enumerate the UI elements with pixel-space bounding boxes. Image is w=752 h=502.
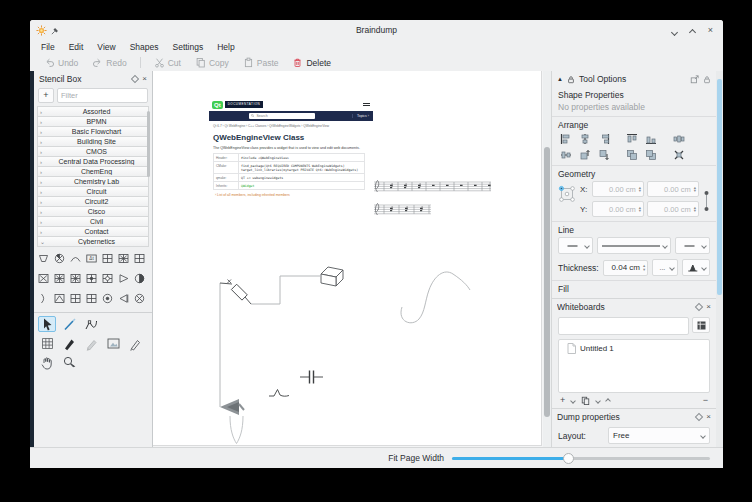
stencil-shape-peak-box-icon[interactable] xyxy=(52,291,66,305)
stencil-filter-input[interactable] xyxy=(57,88,148,103)
pin-lock-icon[interactable] xyxy=(703,75,711,84)
stencil-shape-valve-icon[interactable] xyxy=(36,251,50,265)
menu-help[interactable]: Help xyxy=(210,42,241,52)
stencil-shape-plus-box-icon[interactable] xyxy=(84,291,98,305)
scrollbar-thumb[interactable] xyxy=(544,147,550,417)
width-spinbox[interactable]: 0.00 cm▴▾ xyxy=(647,181,699,197)
line-start-combo[interactable] xyxy=(558,237,593,254)
canvas-vertical-scrollbar[interactable] xyxy=(543,71,551,447)
redo-button[interactable]: Redo xyxy=(86,56,132,69)
stencil-category-cybernetics[interactable]: ⌄Cybernetics xyxy=(37,236,149,247)
calligraphy-tool-icon[interactable] xyxy=(60,335,78,351)
chevron-down-icon[interactable] xyxy=(595,398,601,404)
path-tool-icon[interactable] xyxy=(82,316,100,332)
float-docker-icon[interactable] xyxy=(695,302,703,310)
align-hcenter-icon[interactable] xyxy=(577,132,593,145)
zoom-mode-label[interactable]: Fit Page Width xyxy=(388,453,444,463)
cap-style-combo[interactable] xyxy=(682,259,710,276)
align-vcenter-icon[interactable] xyxy=(558,148,574,161)
stencil-shape-plus-box-icon[interactable] xyxy=(132,251,146,265)
pencil-disabled-tool-icon[interactable] xyxy=(82,335,100,351)
y-position-spinbox[interactable]: 0.00 cm▴▾ xyxy=(592,201,644,217)
send-to-back-icon[interactable] xyxy=(643,148,659,161)
pen-tool-icon[interactable] xyxy=(126,335,144,351)
distribute-h-icon[interactable] xyxy=(671,132,687,145)
stencil-shape-arc-icon[interactable] xyxy=(68,251,82,265)
menu-shapes[interactable]: Shapes xyxy=(123,42,166,52)
raise-shape-icon[interactable] xyxy=(577,148,593,161)
line-style-combo[interactable] xyxy=(597,237,671,254)
duplicate-page-icon[interactable] xyxy=(581,396,590,405)
stencil-shape-plus-circle-icon[interactable] xyxy=(100,271,114,285)
align-right-icon[interactable] xyxy=(596,132,612,145)
stencil-shape-dot-circle-icon[interactable] xyxy=(100,291,114,305)
select-tool-icon[interactable] xyxy=(38,316,56,332)
float-docker-icon[interactable] xyxy=(695,412,703,420)
lower-shape-icon[interactable] xyxy=(596,148,612,161)
add-stencil-button[interactable]: + xyxy=(38,88,54,103)
whiteboards-list[interactable]: Untitled 1 xyxy=(558,339,710,393)
align-bottom-icon[interactable] xyxy=(643,132,659,145)
zoom-tool-icon[interactable] xyxy=(60,354,78,370)
zoom-slider[interactable] xyxy=(452,457,710,460)
thickness-spinbox[interactable]: 0.04 cm▴▾ xyxy=(603,260,649,276)
stencil-shape-circle-half-icon[interactable] xyxy=(132,271,146,285)
stencil-shape-delay-icon[interactable]: Δt xyxy=(84,251,98,265)
close-button[interactable]: × xyxy=(708,26,713,35)
stencil-list-scrollbar[interactable] xyxy=(147,109,150,243)
anchor-position-widget[interactable] xyxy=(558,181,576,207)
stencil-shape-star-box-icon[interactable] xyxy=(52,271,66,285)
group-shapes-icon[interactable] xyxy=(671,148,687,161)
paste-button[interactable]: Paste xyxy=(237,56,285,69)
whiteboard-name-input[interactable] xyxy=(558,317,689,335)
stencil-shape-circle-x-icon[interactable] xyxy=(132,291,146,305)
stencil-shape-tri-right-icon[interactable] xyxy=(116,271,130,285)
frame-tool-icon[interactable] xyxy=(104,335,122,351)
whiteboard-view-button[interactable] xyxy=(692,317,710,333)
line-end-combo[interactable] xyxy=(675,237,710,254)
menu-settings[interactable]: Settings xyxy=(165,42,210,52)
scrollbar-thumb[interactable] xyxy=(717,79,722,295)
keep-ratio-link-icon[interactable] xyxy=(703,189,710,213)
whiteboard-list-item[interactable]: Untitled 1 xyxy=(561,342,707,355)
minimize-button[interactable] xyxy=(672,21,677,39)
canvas-area[interactable]: Qt DOCUMENTATION Search Topics › Qt 6.7 … xyxy=(153,71,551,447)
float-docker-icon[interactable] xyxy=(131,74,139,82)
collapse-triangle-icon[interactable]: ▲ xyxy=(557,76,563,82)
stencil-shape-star-box-icon[interactable] xyxy=(68,271,82,285)
stencil-shape-tri-left-bar-icon[interactable] xyxy=(116,291,130,305)
grid-tool-icon[interactable] xyxy=(38,335,56,351)
close-docker-icon[interactable]: × xyxy=(706,303,711,311)
align-top-icon[interactable] xyxy=(624,132,640,145)
pan-tool-icon[interactable] xyxy=(38,354,56,370)
close-docker-icon[interactable]: × xyxy=(706,413,711,421)
menu-file[interactable]: File xyxy=(34,42,62,52)
add-whiteboard-button[interactable]: + xyxy=(560,396,565,405)
stencil-shape-paren-icon[interactable] xyxy=(36,291,50,305)
undo-button[interactable]: Undo xyxy=(38,56,84,69)
copy-button[interactable]: Copy xyxy=(189,56,235,69)
freehand-tool-icon[interactable] xyxy=(60,316,78,332)
bring-to-front-icon[interactable] xyxy=(624,148,640,161)
document-page[interactable]: Qt DOCUMENTATION Search Topics › Qt 6.7 … xyxy=(153,71,542,446)
stencil-shape-plus-dot-icon[interactable] xyxy=(84,271,98,285)
remove-whiteboard-button[interactable]: − xyxy=(703,396,708,405)
dash-style-combo[interactable]: ... xyxy=(652,259,678,276)
close-docker-icon[interactable]: × xyxy=(142,75,147,83)
chevron-down-icon[interactable] xyxy=(570,398,576,404)
stencil-shape-plus-box-icon[interactable] xyxy=(100,251,114,265)
stencil-shape-star-box-icon[interactable] xyxy=(116,251,130,265)
maximize-button[interactable] xyxy=(690,21,695,39)
embedded-qt-doc-image[interactable]: Qt DOCUMENTATION Search Topics › Qt 6.7 … xyxy=(209,98,373,223)
align-left-icon[interactable] xyxy=(558,132,574,145)
layout-select[interactable]: Free xyxy=(608,427,710,444)
titlebar[interactable]: Braindump × xyxy=(30,20,723,40)
stencil-shape-plus-box-icon[interactable] xyxy=(68,291,82,305)
detach-icon[interactable] xyxy=(690,75,699,84)
menu-view[interactable]: View xyxy=(90,42,122,52)
stencil-shape-cross-box-icon[interactable] xyxy=(36,271,50,285)
zoom-slider-handle[interactable] xyxy=(563,453,574,464)
menu-edit[interactable]: Edit xyxy=(62,42,91,52)
x-position-spinbox[interactable]: 0.00 cm▴▾ xyxy=(592,181,644,197)
stencil-shape-agitator-icon[interactable] xyxy=(52,251,66,265)
